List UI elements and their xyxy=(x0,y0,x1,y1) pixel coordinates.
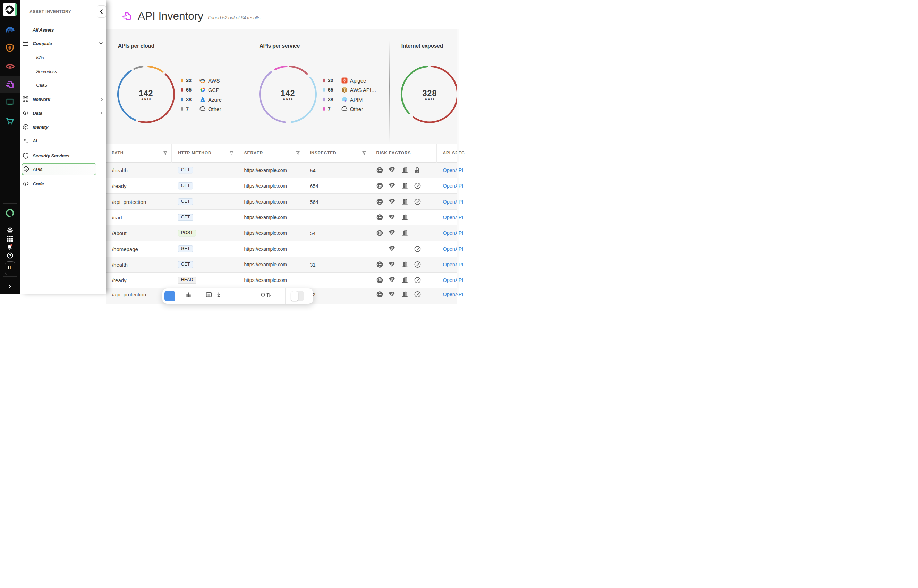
svg-text:?: ? xyxy=(9,254,11,258)
